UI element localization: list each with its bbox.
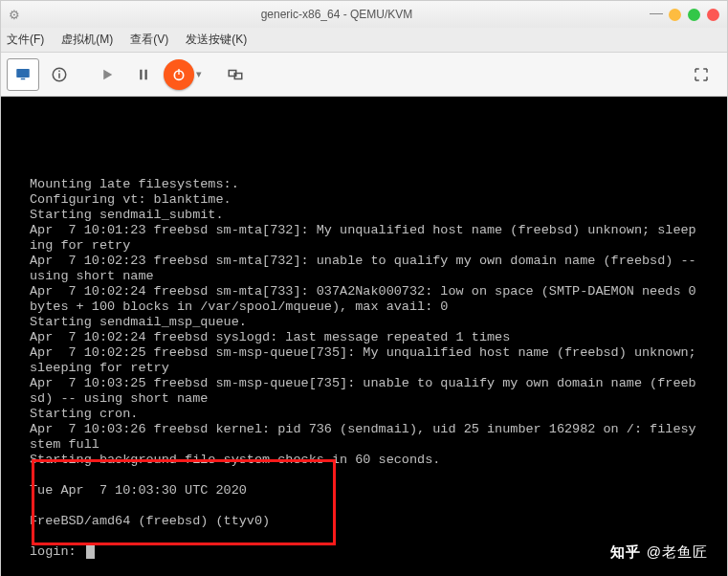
terminal-line: Apr 7 10:02:24 freebsd syslogd: last mes… [30,330,510,344]
terminal-line: Starting background file system checks i… [30,453,440,467]
terminal-cursor [86,545,95,559]
svg-rect-1 [21,78,26,79]
info-button[interactable] [43,58,76,91]
menu-view[interactable]: 查看(V) [130,32,168,48]
close-button[interactable] [707,9,719,21]
minimize-dash-icon[interactable]: — [650,1,663,20]
terminal-line: FreeBSD/amd64 (freebsd) (ttyv0) [30,514,270,528]
terminal-line: Starting sendmail_submit. [30,208,224,222]
pause-button[interactable] [127,58,160,91]
play-icon [99,66,116,83]
terminal-line: Tue Apr 7 10:03:30 UTC 2020 [30,483,247,498]
svg-rect-4 [58,70,60,72]
svg-rect-8 [178,69,179,75]
titlebar: ⚙ generic-x86_64 - QEMU/KVM — [1,1,727,28]
power-menu-chevron-icon[interactable]: ▾ [196,68,202,80]
fullscreen-icon [693,66,710,83]
play-button[interactable] [91,58,123,91]
terminal-line: Starting cron. [30,407,138,421]
info-icon [51,66,68,83]
pause-icon [135,66,152,83]
minimize-button[interactable] [669,9,681,21]
menu-vm[interactable]: 虚拟机(M) [61,32,113,48]
console-button[interactable] [7,58,39,91]
svg-rect-5 [140,69,142,79]
watermark: 知乎 @老鱼匠 [610,544,708,560]
screens-icon [227,66,244,83]
terminal-line: Apr 7 10:02:23 freebsd sm-mta[732]: unab… [30,254,704,283]
settings-gear-icon[interactable]: ⚙ [9,8,20,22]
svg-rect-0 [16,69,30,78]
login-prompt: login: [30,544,84,559]
power-button[interactable] [164,59,194,90]
terminal-line: Starting sendmail_msp_queue. [30,315,247,329]
terminal-line: Mounting late filesystems:. [30,177,239,191]
vm-window: ⚙ generic-x86_64 - QEMU/KVM — 文件(F) 虚拟机(… [0,0,728,576]
terminal-line: Apr 7 10:03:26 freebsd kernel: pid 736 (… [30,422,696,452]
fullscreen-button[interactable] [685,58,717,91]
watermark-brand: 知乎 [610,544,641,560]
terminal-line: Configuring vt: blanktime. [30,192,232,207]
terminal-line: Apr 7 10:02:25 freebsd sm-msp-queue[735]… [30,345,704,375]
power-icon [171,67,187,82]
terminal-line: Apr 7 10:02:24 freebsd sm-mta[733]: 037A… [30,284,704,314]
menubar: 文件(F) 虚拟机(M) 查看(V) 发送按键(K) [1,28,727,53]
svg-rect-6 [145,69,147,79]
maximize-button[interactable] [688,9,700,21]
terminal-line: Apr 7 10:03:25 freebsd sm-msp-queue[735]… [30,376,696,406]
window-controls [669,9,719,21]
watermark-author: @老鱼匠 [647,544,708,560]
svg-rect-3 [58,73,60,78]
window-title: generic-x86_64 - QEMU/KVM [24,8,650,21]
snapshot-button[interactable] [219,58,252,91]
toolbar: ▾ [1,53,727,97]
highlight-rectangle [32,459,336,545]
terminal-line: Apr 7 10:01:23 freebsd sm-mta[732]: My u… [30,223,696,253]
menu-file[interactable]: 文件(F) [7,32,44,48]
terminal-output[interactable]: Mounting late filesystems:. Configuring … [1,97,727,576]
monitor-icon [14,66,32,83]
menu-sendkeys[interactable]: 发送按键(K) [186,32,247,48]
